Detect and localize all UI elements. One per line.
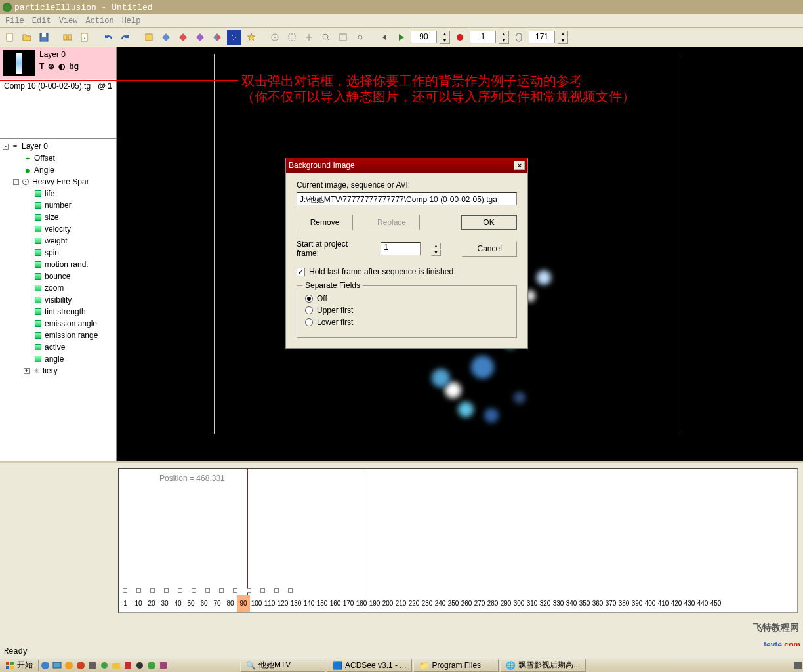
start-spinner[interactable]: ▲▼ — [499, 31, 509, 43]
layer-purple-icon[interactable] — [193, 30, 207, 45]
tree-visibility[interactable]: visibility — [0, 294, 116, 306]
ok-button[interactable]: OK — [461, 215, 517, 230]
tree-em-range[interactable]: emission range — [0, 329, 116, 341]
selection-icon[interactable] — [285, 30, 299, 45]
tray-desktop-icon[interactable] — [52, 660, 62, 671]
end-spinner[interactable]: ▲▼ — [558, 31, 568, 43]
loop-icon[interactable] — [512, 30, 526, 45]
tray-last-icon[interactable] — [158, 660, 169, 671]
menu-view[interactable]: View — [59, 16, 78, 26]
tray-icon[interactable] — [87, 660, 98, 671]
layer-text-icon[interactable]: T — [39, 62, 44, 71]
tray-green-icon[interactable] — [99, 660, 110, 671]
layer-visible-icon[interactable]: ◐ — [58, 62, 65, 71]
tree-motion[interactable]: motion rand. — [0, 259, 116, 270]
layer-new-icon[interactable] — [142, 30, 156, 45]
tree-size[interactable]: size — [0, 211, 116, 223]
task-item-2[interactable]: 🟦ACDSee v3.1 - ... — [327, 659, 412, 672]
tree-weight[interactable]: weight — [0, 235, 116, 247]
frame-spinner[interactable]: ▲▼ — [440, 31, 450, 43]
tree-offset[interactable]: ✦Offset — [0, 152, 116, 164]
tray-ie-icon[interactable] — [40, 660, 51, 671]
radio-lower[interactable]: Lower first — [305, 318, 508, 327]
tree-angle[interactable]: ◆Angle — [0, 164, 116, 176]
tray-red2-icon[interactable] — [123, 660, 133, 671]
dialog-titlebar[interactable]: Background Image × — [286, 158, 527, 173]
task-item-4[interactable]: 🌐飘雪影视后期高... — [500, 659, 586, 672]
hold-last-checkbox[interactable]: ✓ Hold last frame after sequence is fini… — [297, 267, 517, 276]
menu-help[interactable]: Help — [122, 16, 141, 26]
remove-button[interactable]: Remove — [297, 215, 353, 230]
tree-fiery[interactable]: +✳fiery — [0, 365, 116, 377]
link-icon[interactable] — [353, 30, 367, 45]
zoom-icon[interactable] — [319, 30, 333, 45]
svg-rect-4 — [68, 35, 72, 40]
close-icon[interactable]: × — [514, 161, 525, 170]
task-item-3[interactable]: 📁Program Files — [413, 659, 499, 672]
tree-tint[interactable]: tint strength — [0, 306, 116, 318]
layer-target-icon[interactable]: ⊛ — [48, 62, 54, 71]
star-icon[interactable] — [244, 30, 258, 45]
app-search-icon: 🔍 — [246, 661, 256, 670]
tree-number[interactable]: number — [0, 200, 116, 211]
current-frame-field[interactable]: 90 — [411, 31, 437, 43]
import-icon[interactable] — [77, 30, 92, 45]
layer-blue-icon[interactable] — [159, 30, 173, 45]
svg-rect-19 — [10, 666, 14, 669]
layer-thumbnail — [3, 50, 35, 76]
layer-row[interactable]: Layer 0 T ⊛ ◐ bg — [0, 47, 116, 79]
replace-button[interactable]: Replace — [363, 215, 420, 230]
grid-icon[interactable] — [302, 30, 316, 45]
new-icon[interactable] — [3, 30, 17, 45]
tree-active[interactable]: active — [0, 341, 116, 353]
tray-media-icon[interactable] — [75, 660, 86, 671]
start-button[interactable]: 开始 — [1, 660, 37, 671]
fit-icon[interactable] — [336, 30, 350, 45]
keyframes[interactable] — [123, 588, 293, 593]
tray-end-icon[interactable] — [793, 660, 803, 671]
tree-bounce[interactable]: bounce — [0, 270, 116, 282]
undo-icon[interactable] — [101, 30, 115, 45]
task-item-1[interactable]: 🔍他她MTV — [240, 659, 325, 672]
tray-pi-icon[interactable] — [146, 660, 157, 671]
tray-folder-icon[interactable] — [111, 660, 121, 671]
tree-velocity[interactable]: velocity — [0, 223, 116, 235]
timeline-ruler[interactable]: 1102030405060708090100110120130140150160… — [119, 595, 797, 612]
menu-action[interactable]: Action — [85, 16, 113, 26]
start-frame-input[interactable]: 1 — [381, 242, 421, 255]
tree-spin[interactable]: spin — [0, 247, 116, 259]
save-icon[interactable] — [37, 30, 51, 45]
tray-qq-icon[interactable] — [134, 660, 145, 671]
cancel-button[interactable]: Cancel — [462, 241, 517, 257]
layer-bg-icon[interactable]: bg — [69, 62, 79, 71]
tray-sound-icon[interactable] — [64, 660, 74, 671]
tree-life[interactable]: life — [0, 188, 116, 200]
radio-upper[interactable]: Upper first — [305, 306, 508, 315]
tree-em-angle[interactable]: emission angle — [0, 318, 116, 329]
separate-fields-group: Separate Fields Off Upper first Lower fi… — [297, 285, 517, 338]
play-icon[interactable] — [394, 30, 408, 45]
svg-rect-27 — [125, 662, 131, 669]
start-frame-field[interactable]: 1 — [470, 31, 496, 43]
open-icon[interactable] — [20, 30, 34, 45]
record-icon[interactable] — [453, 30, 467, 45]
app-ie-icon: 🌐 — [506, 661, 516, 670]
tree-zoom[interactable]: zoom — [0, 282, 116, 294]
redo-icon[interactable] — [118, 30, 133, 45]
particle-active-icon[interactable] — [227, 30, 241, 45]
layer-red-icon[interactable] — [176, 30, 190, 45]
tree-emitter[interactable]: -Heavy Fire Spar — [0, 176, 116, 188]
tree-root[interactable]: -≡Layer 0 — [0, 140, 116, 152]
library-icon[interactable] — [60, 30, 75, 45]
start-frame-spinner[interactable]: ▲▼ — [431, 243, 442, 255]
menu-file[interactable]: File — [5, 16, 24, 26]
target-icon[interactable] — [268, 30, 282, 45]
end-frame-field[interactable]: 171 — [529, 31, 555, 43]
timeline-graph[interactable]: Position = 468,331 110203040506070809010… — [118, 468, 798, 613]
path-field[interactable]: J:\他她MTV\77777777777777\Comp 10 (0-00-02… — [297, 192, 517, 205]
layer-split-icon[interactable] — [210, 30, 224, 45]
menu-edit[interactable]: Edit — [32, 16, 51, 26]
tree-angle2[interactable]: angle — [0, 353, 116, 365]
goto-start-icon[interactable] — [377, 30, 391, 45]
radio-off[interactable]: Off — [305, 294, 508, 303]
